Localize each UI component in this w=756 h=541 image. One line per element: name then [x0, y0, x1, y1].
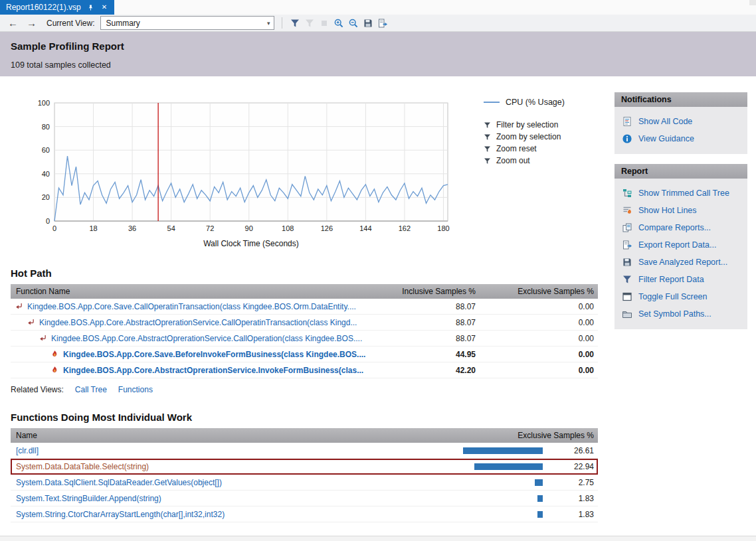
- function-link[interactable]: [clr.dll]: [16, 446, 39, 455]
- sidebar-item-show-hot-lines[interactable]: Show Hot Lines: [614, 202, 747, 219]
- export-report-icon[interactable]: [377, 18, 388, 29]
- cpu-usage-chart[interactable]: 02040608010001836547290108126144162180Wa…: [24, 96, 457, 250]
- application-window: Report160122(1).vsp ✕ ← → Current View: …: [0, 0, 756, 522]
- horizontal-scrollbar-track[interactable]: [0, 536, 756, 541]
- exclusive-samples-bar-wrap: [442, 511, 543, 518]
- symbol-paths-icon: [622, 309, 632, 319]
- svg-text:18: 18: [89, 224, 97, 232]
- function-link[interactable]: System.Data.SqlClient.SqlDataReader.GetV…: [16, 478, 222, 487]
- svg-text:180: 180: [437, 224, 449, 232]
- zoom-out-icon[interactable]: [348, 18, 359, 29]
- forward-arrow-icon[interactable]: →: [24, 17, 39, 29]
- close-icon[interactable]: ✕: [100, 3, 108, 11]
- function-link[interactable]: System.Text.StringBuilder.Append(string): [16, 494, 161, 503]
- exclusive-samples-value: 2.75: [543, 478, 598, 487]
- related-views: Related Views: Call Tree Functions: [11, 385, 609, 394]
- chart-actions: Filter by selectionZoom by selectionZoom…: [484, 119, 565, 167]
- sidebar-item-save-analyzed-report[interactable]: Save Analyzed Report...: [614, 254, 747, 271]
- function-link[interactable]: Kingdee.BOS.App.Core.Save.BeforeInvokeFo…: [63, 350, 365, 359]
- chart-side-panel: CPU (% Usage) Filter by selectionZoom by…: [484, 98, 565, 250]
- funnel-small-icon: [484, 121, 491, 129]
- filter-icon[interactable]: [290, 18, 300, 29]
- function-link[interactable]: Kingdee.BOS.App.Core.AbstractOprerationS…: [39, 318, 357, 327]
- svg-text:72: 72: [206, 224, 214, 232]
- svg-text:36: 36: [128, 224, 136, 232]
- document-tab[interactable]: Report160122(1).vsp ✕: [0, 0, 114, 15]
- function-link[interactable]: Kingdee.BOS.App.Core.AbstractOprerationS…: [63, 366, 363, 375]
- column-header-inclusive-samples[interactable]: Inclusive Samples %: [367, 287, 478, 296]
- function-link[interactable]: System.Data.DataTable.Select(string): [16, 462, 149, 471]
- exclusive-samples-value: 0.00: [478, 302, 598, 311]
- back-arrow-icon[interactable]: ←: [5, 17, 21, 29]
- panel-header-report: Report: [614, 164, 747, 179]
- current-view-select[interactable]: Summary ▾: [100, 16, 274, 30]
- current-view-label: Current View:: [47, 19, 94, 28]
- work-name-cell: [clr.dll]: [11, 446, 442, 455]
- individual-work-row[interactable]: System.Data.DataTable.Select(string)22.9…: [11, 459, 598, 475]
- sidebar-item-show-trimmed-call-tree[interactable]: Show Trimmed Call Tree: [614, 185, 747, 202]
- chart-row: 02040608010001836547290108126144162180Wa…: [11, 96, 609, 250]
- hot-path-row[interactable]: Kingdee.BOS.App.Core.AbstractOprerationS…: [11, 362, 598, 378]
- inclusive-samples-value: 88.07: [367, 334, 478, 343]
- sidebar-item-export-report-data[interactable]: Export Report Data...: [614, 236, 747, 254]
- hot-lines-icon: [622, 205, 632, 216]
- samples-summary: 109 total samples collected: [11, 60, 745, 70]
- stop-icon: [319, 18, 330, 29]
- current-view-value: Summary: [106, 19, 140, 28]
- hot-path-table: Function Name Inclusive Samples % Exclus…: [11, 284, 598, 378]
- panel-report: ReportShow Trimmed Call TreeShow Hot Lin…: [614, 164, 747, 329]
- function-link[interactable]: Kingdee.BOS.App.Core.Save.CallOperatinTr…: [27, 302, 356, 311]
- flame-icon: [50, 366, 59, 374]
- filter-clear-icon: [304, 18, 315, 29]
- exclusive-samples-bar-wrap: [442, 479, 543, 486]
- column-header-exclusive-samples[interactable]: Exclusive Samples %: [478, 287, 598, 296]
- filter-report-icon: [622, 274, 632, 285]
- column-header-function-name[interactable]: Function Name: [11, 287, 367, 296]
- exclusive-samples-bar: [463, 447, 543, 454]
- function-link[interactable]: System.String.CtorCharArrayStartLength(c…: [16, 510, 225, 519]
- sidebar-item-view-guidance[interactable]: View Guidance: [614, 130, 747, 147]
- chevron-down-icon: ▾: [264, 19, 273, 28]
- inclusive-samples-value: 88.07: [367, 302, 478, 311]
- hot-path-title: Hot Path: [11, 268, 609, 279]
- panel-notifications: NotificationsShow All CodeView Guidance: [614, 92, 747, 154]
- save-report-icon[interactable]: [363, 18, 373, 29]
- function-name-cell: Kingdee.BOS.App.Core.Save.BeforeInvokeFo…: [11, 350, 367, 359]
- exclusive-samples-value: 1.83: [543, 494, 598, 503]
- hot-path-row[interactable]: Kingdee.BOS.App.Core.AbstractOprerationS…: [11, 315, 598, 331]
- related-view-functions[interactable]: Functions: [118, 385, 153, 394]
- exclusive-samples-bar-wrap: [442, 495, 543, 502]
- individual-work-title: Functions Doing Most Individual Work: [11, 412, 609, 423]
- zoom-in-icon[interactable]: [333, 18, 344, 29]
- hot-path-arrow-icon: [27, 318, 35, 327]
- hot-path-row[interactable]: Kingdee.BOS.App.Core.Save.BeforeInvokeFo…: [11, 347, 598, 362]
- sidebar-item-show-all-code[interactable]: Show All Code: [614, 113, 747, 130]
- chart-action-filter-by-selection[interactable]: Filter by selection: [484, 119, 565, 131]
- related-view-call-tree[interactable]: Call Tree: [75, 385, 107, 394]
- individual-work-row[interactable]: [clr.dll]26.61: [11, 443, 598, 459]
- work-name-cell: System.Text.StringBuilder.Append(string): [11, 494, 442, 503]
- hot-path-row[interactable]: Kingdee.BOS.App.Core.AbstractOprerationS…: [11, 331, 598, 347]
- column-header-exclusive[interactable]: Exclusive Samples %: [442, 431, 598, 440]
- sidebar-item-filter-report-data[interactable]: Filter Report Data: [614, 271, 747, 288]
- svg-text:54: 54: [167, 224, 175, 232]
- individual-work-row[interactable]: System.Data.SqlClient.SqlDataReader.GetV…: [11, 475, 598, 491]
- column-header-name[interactable]: Name: [11, 431, 442, 440]
- pin-icon[interactable]: [87, 4, 94, 11]
- sidebar-item-set-symbol-paths[interactable]: Set Symbol Paths...: [614, 305, 747, 323]
- sidebar-item-toggle-full-screen[interactable]: Toggle Full Screen: [614, 288, 747, 305]
- sidebar-item-compare-reports[interactable]: Compare Reports...: [614, 219, 747, 236]
- chart-action-zoom-out[interactable]: Zoom out: [484, 155, 565, 167]
- sidebar: NotificationsShow All CodeView GuidanceR…: [614, 92, 747, 339]
- chart-action-zoom-reset[interactable]: Zoom reset: [484, 143, 565, 155]
- inclusive-samples-value: 44.95: [367, 350, 478, 359]
- hot-path-row[interactable]: Kingdee.BOS.App.Core.Save.CallOperatinTr…: [11, 299, 598, 315]
- chart-action-zoom-by-selection[interactable]: Zoom by selection: [484, 131, 565, 143]
- individual-work-row[interactable]: System.String.CtorCharArrayStartLength(c…: [11, 506, 598, 522]
- function-link[interactable]: Kingdee.BOS.App.Core.AbstractOprerationS…: [51, 334, 362, 343]
- panel-header-notifications: Notifications: [614, 92, 747, 107]
- function-name-cell: Kingdee.BOS.App.Core.Save.CallOperatinTr…: [11, 302, 367, 311]
- individual-work-row[interactable]: System.Text.StringBuilder.Append(string)…: [11, 491, 598, 506]
- fullscreen-icon: [622, 291, 632, 302]
- code-document-icon: [622, 116, 632, 127]
